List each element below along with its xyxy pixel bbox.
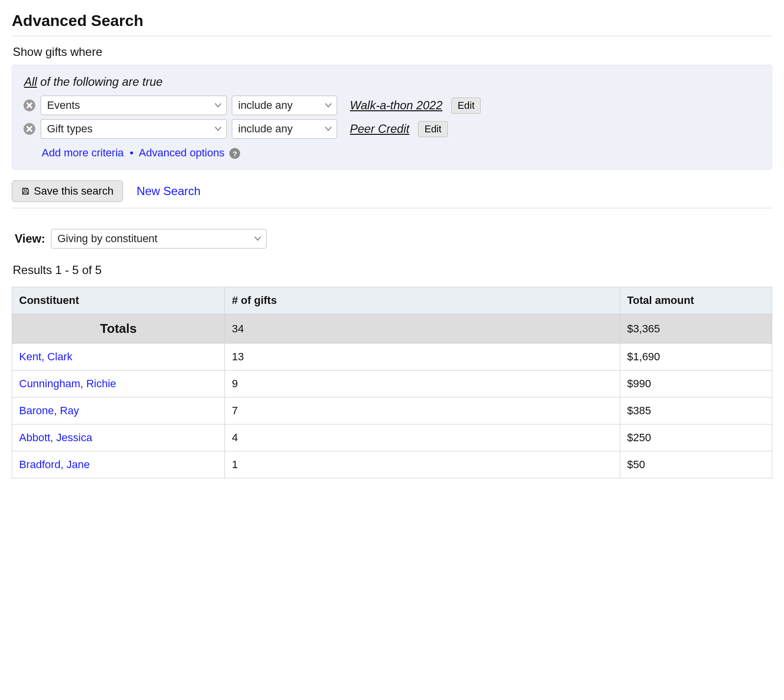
view-row: View: Giving by constituent (15, 229, 772, 249)
table-row: Barone, Ray 7 $385 (12, 398, 772, 425)
constituent-link[interactable]: Kent, Clark (19, 350, 73, 363)
total-amount: $50 (620, 451, 772, 478)
new-search-link[interactable]: New Search (137, 184, 201, 198)
results-table: Constituent # of gifts Total amount Tota… (12, 287, 772, 478)
help-icon[interactable]: ? (229, 148, 240, 159)
chevron-down-icon (254, 236, 261, 241)
criteria-op-value: include any (238, 123, 293, 135)
total-amount: $250 (620, 425, 772, 451)
criteria-field-value: Events (47, 99, 80, 112)
edit-button[interactable]: Edit (418, 121, 447, 137)
criteria-value-text: Walk-a-thon 2022 (350, 99, 442, 112)
intro-text: Show gifts where (13, 45, 772, 59)
chevron-down-icon (325, 103, 332, 108)
total-amount: $990 (620, 371, 772, 398)
criteria-value-text: Peer Credit (350, 122, 409, 136)
criteria-field-select[interactable]: Events (41, 96, 227, 115)
chevron-down-icon (215, 126, 221, 131)
view-label: View: (15, 232, 45, 246)
remove-criteria-icon[interactable] (23, 123, 36, 135)
col-total[interactable]: Total amount (620, 287, 772, 314)
table-row: Bradford, Jane 1 $50 (12, 451, 772, 478)
divider (12, 208, 772, 208)
criteria-heading: All of the following are true (24, 75, 761, 89)
edit-button[interactable]: Edit (451, 98, 481, 114)
criteria-field-value: Gift types (47, 123, 93, 135)
save-search-button[interactable]: Save this search (12, 180, 123, 202)
actions-row: Save this search New Search (12, 180, 772, 202)
advanced-options-link[interactable]: Advanced options (139, 147, 224, 159)
criteria-op-select[interactable]: include any (232, 96, 337, 115)
link-separator: • (130, 147, 134, 159)
criteria-field-select[interactable]: Gift types (41, 119, 227, 139)
remove-criteria-icon[interactable] (23, 99, 36, 112)
criteria-op-select[interactable]: include any (232, 119, 337, 139)
add-more-criteria-link[interactable]: Add more criteria (42, 147, 124, 159)
gift-count: 1 (225, 451, 620, 478)
save-icon (21, 187, 30, 196)
constituent-link[interactable]: Barone, Ray (19, 404, 79, 417)
chevron-down-icon (325, 126, 332, 131)
gift-count: 13 (225, 344, 620, 371)
criteria-links: Add more criteria • Advanced options ? (42, 147, 761, 159)
svg-rect-2 (24, 188, 27, 190)
gift-count: 7 (225, 398, 620, 425)
col-gifts[interactable]: # of gifts (225, 287, 620, 314)
view-select[interactable]: Giving by constituent (51, 229, 267, 249)
criteria-panel: All of the following are true Events inc… (12, 65, 772, 170)
constituent-link[interactable]: Bradford, Jane (19, 458, 90, 471)
criteria-row: Events include any Walk-a-thon 2022 Edit (23, 94, 761, 117)
svg-rect-3 (24, 192, 27, 195)
col-constituent[interactable]: Constituent (12, 287, 225, 314)
chevron-down-icon (215, 103, 221, 108)
gift-count: 4 (225, 425, 620, 451)
results-count: Results 1 - 5 of 5 (13, 263, 772, 277)
gift-count: 9 (225, 371, 620, 398)
constituent-link[interactable]: Abbott, Jessica (19, 431, 92, 444)
totals-amount: $3,365 (620, 314, 772, 344)
total-amount: $385 (620, 398, 772, 425)
page-title: Advanced Search (12, 12, 772, 30)
table-row: Cunningham, Richie 9 $990 (12, 371, 772, 398)
table-row: Abbott, Jessica 4 $250 (12, 425, 772, 451)
criteria-all-toggle[interactable]: All (24, 75, 37, 88)
save-search-label: Save this search (34, 185, 114, 198)
criteria-op-value: include any (238, 99, 293, 112)
divider (12, 36, 772, 36)
constituent-link[interactable]: Cunningham, Richie (19, 377, 116, 390)
total-amount: $1,690 (620, 344, 772, 371)
table-row: Kent, Clark 13 $1,690 (12, 344, 772, 371)
criteria-heading-rest: of the following are true (37, 75, 163, 88)
totals-row: Totals 34 $3,365 (12, 314, 772, 344)
view-select-value: Giving by constituent (57, 232, 157, 245)
criteria-row: Gift types include any Peer Credit Edit (23, 117, 761, 141)
totals-gifts: 34 (225, 314, 620, 344)
totals-label: Totals (12, 314, 225, 344)
